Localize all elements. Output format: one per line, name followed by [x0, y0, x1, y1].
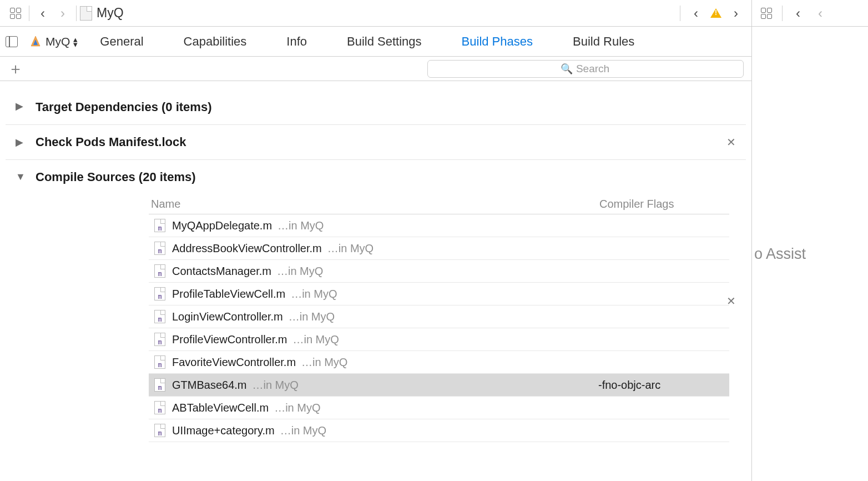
file-name: UIImage+category.m	[172, 424, 275, 437]
disclosure-right-icon[interactable]: ▶	[16, 100, 23, 112]
file-location: …in MyQ	[301, 356, 347, 369]
chevron-left-icon: ‹	[694, 7, 698, 20]
file-name: GTMBase64.m	[172, 379, 246, 392]
table-header: NameCompiler Flags	[149, 198, 729, 214]
file-name: ContactsManager.m	[172, 265, 271, 278]
separator	[76, 6, 77, 21]
separator	[782, 6, 783, 21]
table-row[interactable]: FavoriteViewController.m…in MyQ	[149, 351, 729, 374]
table-row[interactable]: ProfileViewController.m…in MyQ	[149, 328, 729, 351]
table-row[interactable]: ContactsManager.m…in MyQ	[149, 260, 729, 283]
document-icon	[80, 6, 92, 21]
file-name: LoginViewController.m	[172, 310, 283, 323]
table-row[interactable]: LoginViewController.m…in MyQ	[149, 305, 729, 328]
table-row[interactable]: MyQAppDelegate.m…in MyQ	[149, 214, 729, 237]
tab-general[interactable]: General	[100, 34, 143, 49]
objc-file-icon	[154, 401, 165, 414]
issue-prev-button[interactable]: ‹	[686, 3, 706, 23]
table-row[interactable]: UIImage+category.m…in MyQ	[149, 419, 729, 442]
phase-title: Compile Sources (20 items)	[36, 170, 196, 184]
build-phase[interactable]: ▼Compile Sources (20 items)✕NameCompiler…	[6, 160, 746, 442]
remove-phase-button[interactable]: ✕	[726, 136, 736, 149]
assistant-placeholder: o Assist	[752, 27, 868, 481]
tab-capabilities[interactable]: Capabilities	[184, 34, 247, 49]
file-name: AddressBookViewController.m	[172, 242, 322, 255]
separator	[29, 6, 29, 21]
tab-build-rules[interactable]: Build Rules	[573, 34, 634, 49]
nav-forward-button[interactable]: ›	[53, 3, 73, 23]
chevron-right-icon: ›	[60, 7, 65, 20]
phase-title: Target Dependencies (0 items)	[36, 100, 211, 114]
file-location: …in MyQ	[327, 242, 374, 255]
compiler-flags-cell[interactable]: -fno-objc-arc	[598, 379, 726, 392]
file-location: …in MyQ	[293, 333, 339, 346]
search-input[interactable]	[427, 60, 744, 78]
chevron-right-icon: ›	[734, 7, 738, 20]
nav-back-button[interactable]: ‹	[788, 3, 808, 23]
add-phase-button[interactable]: ＋	[8, 61, 23, 77]
chevron-left-icon: ‹	[796, 7, 800, 20]
related-items-button[interactable]	[756, 3, 776, 23]
compile-sources-table: NameCompiler FlagsMyQAppDelegate.m…in My…	[149, 198, 729, 442]
file-name: MyQAppDelegate.m	[172, 219, 272, 232]
column-name[interactable]: Name	[151, 198, 599, 211]
file-location: …in MyQ	[280, 424, 326, 437]
objc-file-icon	[154, 287, 165, 300]
warning-icon	[710, 8, 721, 18]
file-location: …in MyQ	[274, 402, 320, 414]
table-row[interactable]: GTMBase64.m…in MyQ-fno-objc-arc	[149, 374, 729, 397]
issues-indicator[interactable]	[708, 3, 724, 23]
build-phases-list[interactable]: ▶Target Dependencies (0 items)▶Check Pod…	[0, 81, 751, 481]
panel-toggle-button[interactable]	[6, 36, 18, 47]
path-segment-project[interactable]: MyQ	[80, 3, 124, 23]
objc-file-icon	[154, 424, 165, 437]
file-location: …in MyQ	[291, 288, 337, 300]
grid-icon	[10, 8, 21, 19]
remove-phase-button[interactable]: ✕	[726, 294, 736, 308]
objc-file-icon	[154, 242, 165, 255]
file-name: FavoriteViewController.m	[172, 356, 296, 369]
phases-toolbar: ＋ 🔍	[0, 57, 751, 81]
objc-file-icon	[154, 219, 165, 232]
objc-file-icon	[154, 310, 165, 323]
grid-icon	[761, 8, 772, 19]
table-row[interactable]: ABTableViewCell.m…in MyQ	[149, 397, 729, 419]
objc-file-icon	[154, 378, 165, 392]
target-selector[interactable]: MyQ	[46, 35, 70, 48]
separator	[680, 6, 680, 21]
file-name: ProfileViewController.m	[172, 333, 287, 346]
table-row[interactable]: ProfileTableViewCell.m…in MyQ	[149, 283, 729, 305]
column-flags[interactable]: Compiler Flags	[599, 198, 727, 211]
file-name: ABTableViewCell.m	[172, 402, 269, 414]
build-phase[interactable]: ▶Target Dependencies (0 items)	[6, 88, 746, 125]
settings-tabs: GeneralCapabilitiesInfoBuild SettingsBui…	[100, 34, 634, 49]
objc-file-icon	[154, 355, 165, 369]
path-bar: ‹ › MyQ ‹ ›	[0, 0, 751, 27]
disclosure-right-icon[interactable]: ▶	[16, 136, 23, 148]
file-location: …in MyQ	[252, 379, 298, 392]
nav-forward-button[interactable]: ‹	[810, 3, 830, 23]
objc-file-icon	[154, 333, 165, 346]
issue-next-button[interactable]: ›	[726, 3, 746, 23]
assistant-editor: ‹ ‹ o Assist	[752, 0, 868, 481]
nav-back-button[interactable]: ‹	[33, 3, 53, 23]
chevron-left-icon: ‹	[41, 7, 45, 20]
tab-build-phases[interactable]: Build Phases	[462, 34, 533, 49]
tab-build-settings[interactable]: Build Settings	[347, 34, 422, 49]
app-target-icon	[29, 35, 42, 48]
tab-info[interactable]: Info	[286, 34, 307, 49]
phase-title: Check Pods Manifest.lock	[36, 135, 186, 149]
objc-file-icon	[154, 264, 165, 278]
target-tab-bar: MyQ ▴▾ GeneralCapabilitiesInfoBuild Sett…	[0, 27, 751, 57]
search-wrap: 🔍	[427, 60, 744, 78]
assistant-path-bar: ‹ ‹	[752, 0, 868, 27]
file-location: …in MyQ	[277, 265, 323, 278]
file-name: ProfileTableViewCell.m	[172, 288, 285, 300]
project-title: MyQ	[97, 6, 124, 21]
disclosure-down-icon[interactable]: ▼	[16, 171, 26, 183]
related-items-button[interactable]	[6, 3, 26, 23]
file-location: …in MyQ	[277, 219, 324, 232]
chevron-right-icon: ‹	[818, 7, 822, 20]
build-phase[interactable]: ▶Check Pods Manifest.lock✕	[6, 125, 746, 160]
table-row[interactable]: AddressBookViewController.m…in MyQ	[149, 237, 729, 260]
